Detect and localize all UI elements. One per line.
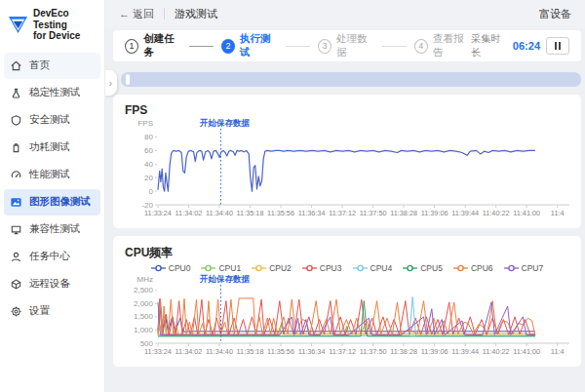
gear-icon xyxy=(10,305,22,318)
legend-marker-icon xyxy=(302,264,317,272)
steps-list: 1创建任务2执行测试3处理数据4查看报告 xyxy=(125,32,471,59)
cpu-legend: CPU0CPU1CPU2CPU3CPU4CPU5CPU6CPU7 xyxy=(125,263,569,273)
legend-label: CPU0 xyxy=(169,263,191,273)
step-number-badge: 2 xyxy=(221,39,235,54)
svg-text:11:35:18: 11:35:18 xyxy=(237,209,264,217)
step-number-badge: 3 xyxy=(318,39,332,54)
svg-text:11:40:22: 11:40:22 xyxy=(483,347,510,356)
main-content: 1创建任务2执行测试3处理数据4查看报告 采集时长 06:24 › FPS FP… xyxy=(105,27,585,392)
monitor-icon xyxy=(10,223,22,236)
legend-label: CPU6 xyxy=(471,263,493,273)
sidebar-item-home[interactable]: 首页 xyxy=(4,53,100,79)
svg-text:11:4: 11:4 xyxy=(551,209,565,217)
brush-handle[interactable] xyxy=(126,74,130,85)
sidebar-item-security-test[interactable]: 安全测试 xyxy=(4,107,100,134)
step-connector xyxy=(382,46,407,47)
sidebar-item-label: 性能测试 xyxy=(29,168,70,181)
sidebar-item-power-test[interactable]: 功耗测试 xyxy=(4,135,100,161)
pause-button[interactable] xyxy=(546,37,569,55)
legend-item-cpu6[interactable]: CPU6 xyxy=(453,263,493,273)
gauge-icon xyxy=(10,169,22,181)
step-3: 3处理数据 xyxy=(318,32,374,59)
legend-item-cpu7[interactable]: CPU7 xyxy=(504,263,544,273)
cpu-chart-card: CPU频率 CPU0CPU1CPU2CPU3CPU4CPU5CPU6CPU7 M… xyxy=(113,236,581,367)
legend-marker-icon xyxy=(504,264,519,272)
home-icon xyxy=(10,59,22,72)
legend-item-cpu5[interactable]: CPU5 xyxy=(403,263,443,273)
cpu-chart-title: CPU频率 xyxy=(125,245,569,261)
svg-text:11:37:50: 11:37:50 xyxy=(360,209,387,217)
fps-chart-title: FPS xyxy=(125,103,569,117)
svg-text:FPS: FPS xyxy=(137,119,153,128)
pause-icon xyxy=(555,42,557,50)
sidebar-item-label: 安全测试 xyxy=(29,113,70,127)
back-button[interactable]: ← 返回 xyxy=(119,7,154,21)
sidebar-item-graphics-image-test[interactable]: 图形图像测试 xyxy=(4,189,100,216)
legend-marker-icon xyxy=(403,264,417,272)
svg-text:11:37:12: 11:37:12 xyxy=(329,209,356,217)
svg-text:80: 80 xyxy=(144,133,153,141)
fps-chart[interactable]: FPS806040200-2011:33:2411:34:0211:34:401… xyxy=(125,117,569,218)
svg-text:1,000: 1,000 xyxy=(134,326,154,334)
sidebar-item-compatibility-test[interactable]: 兼容性测试 xyxy=(4,216,100,243)
step-label: 执行测试 xyxy=(240,32,278,59)
svg-text:开始保存数据: 开始保存数据 xyxy=(199,274,250,284)
page-title: 游戏测试 xyxy=(175,7,217,21)
svg-text:11:39:44: 11:39:44 xyxy=(451,347,479,356)
svg-text:11:33:24: 11:33:24 xyxy=(144,347,172,356)
svg-text:11:34:40: 11:34:40 xyxy=(206,347,233,356)
sidebar-item-label: 首页 xyxy=(29,59,50,72)
svg-text:11:38:28: 11:38:28 xyxy=(390,209,417,217)
svg-text:11:39:06: 11:39:06 xyxy=(421,209,448,217)
legend-item-cpu2[interactable]: CPU2 xyxy=(252,263,292,273)
legend-label: CPU3 xyxy=(320,263,342,273)
sidebar-item-label: 兼容性测试 xyxy=(29,222,81,236)
shield-icon xyxy=(10,114,22,127)
svg-text:11:35:56: 11:35:56 xyxy=(267,347,294,356)
cpu-frequency-chart[interactable]: MHz2,5002,0001,5001,00050011:33:2411:34:… xyxy=(125,273,569,357)
legend-marker-icon xyxy=(151,264,166,272)
svg-text:2,500: 2,500 xyxy=(134,286,154,294)
svg-text:11:37:12: 11:37:12 xyxy=(329,347,356,356)
sidebar-item-task-center[interactable]: 任务中心 xyxy=(4,244,100,270)
svg-text:开始保存数据: 开始保存数据 xyxy=(199,118,250,128)
svg-text:11:38:28: 11:38:28 xyxy=(390,347,417,356)
svg-text:11:33:24: 11:33:24 xyxy=(144,209,172,217)
chevron-right-icon: › xyxy=(109,78,112,89)
svg-text:11:39:44: 11:39:44 xyxy=(451,209,479,217)
step-label: 创建任务 xyxy=(143,32,181,59)
device-selector[interactable]: 富设备 xyxy=(539,7,571,21)
svg-text:11:39:06: 11:39:06 xyxy=(421,347,448,356)
legend-item-cpu0[interactable]: CPU0 xyxy=(151,263,191,273)
svg-text:11:36:34: 11:36:34 xyxy=(298,209,326,217)
legend-marker-icon xyxy=(201,264,215,272)
timeline-brush-scrollbar[interactable] xyxy=(121,72,581,87)
sidebar-item-label: 功耗测试 xyxy=(29,140,70,154)
legend-item-cpu1[interactable]: CPU1 xyxy=(201,263,241,273)
logo-line2: for Device xyxy=(33,30,98,42)
svg-text:40: 40 xyxy=(144,160,153,169)
step-label: 处理数据 xyxy=(336,32,374,59)
logo-line1: DevEco Testing xyxy=(33,8,98,30)
sidebar-item-remote-device[interactable]: 远程设备 xyxy=(4,271,100,297)
legend-label: CPU5 xyxy=(420,263,443,273)
sidebar-item-label: 稳定性测试 xyxy=(29,86,81,99)
panel-expander[interactable]: › xyxy=(104,70,117,96)
person-icon xyxy=(10,251,22,263)
legend-label: CPU1 xyxy=(218,263,241,273)
step-connector xyxy=(189,46,214,47)
legend-item-cpu3[interactable]: CPU3 xyxy=(302,263,342,273)
sidebar-item-stability-test[interactable]: 稳定性测试 xyxy=(4,80,100,106)
sidebar-item-settings[interactable]: 设置 xyxy=(4,298,100,325)
legend-marker-icon xyxy=(353,264,368,272)
svg-text:11:37:50: 11:37:50 xyxy=(360,347,387,356)
legend-item-cpu4[interactable]: CPU4 xyxy=(353,263,393,273)
step-1: 1创建任务 xyxy=(125,32,181,59)
step-number-badge: 4 xyxy=(414,39,428,54)
sidebar-item-performance-test[interactable]: 性能测试 xyxy=(4,162,100,188)
svg-text:0: 0 xyxy=(149,187,154,196)
svg-text:2,000: 2,000 xyxy=(134,299,154,308)
sidebar-item-label: 任务中心 xyxy=(29,250,70,263)
svg-text:1,500: 1,500 xyxy=(134,312,154,321)
svg-text:11:41:00: 11:41:00 xyxy=(513,347,540,356)
